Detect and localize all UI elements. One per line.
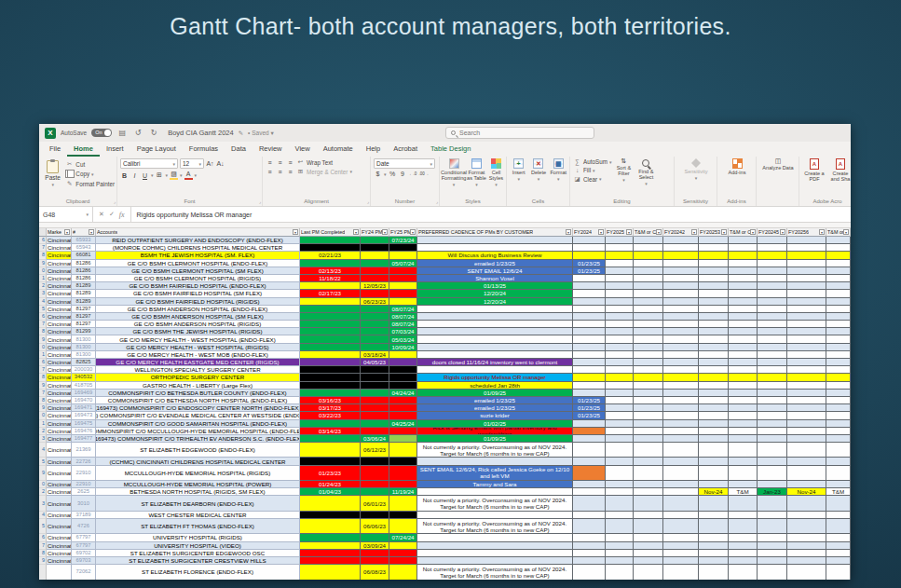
cell-c20245[interactable]: [758, 275, 787, 282]
cell-c20245[interactable]: Jan-23: [758, 488, 787, 496]
cell-c20253[interactable]: [699, 443, 729, 458]
cell-c20256[interactable]: [787, 390, 826, 397]
cell-f25[interactable]: 04/24/24: [389, 390, 417, 397]
cell-tmcap4[interactable]: [729, 550, 758, 557]
cell-last[interactable]: [300, 306, 361, 313]
cell-c20242[interactable]: [663, 374, 699, 381]
cell-c2025[interactable]: [606, 397, 634, 404]
cell-pref[interactable]: [417, 321, 573, 328]
filter-dropdown-icon[interactable]: ▾: [656, 229, 662, 235]
font-name-select[interactable]: Calibri▾: [120, 158, 178, 169]
cell-f24[interactable]: 06/23/23: [361, 298, 389, 306]
cell-f24[interactable]: [361, 267, 389, 275]
cell-tmcap4[interactable]: [729, 557, 758, 565]
cell-c20253[interactable]: [699, 481, 729, 488]
cell-c20242[interactable]: [663, 397, 699, 404]
cell-tmcaf[interactable]: [634, 306, 663, 313]
account-number-cell[interactable]: 67797: [72, 534, 96, 541]
cell-f25[interactable]: 04/25/24: [389, 420, 417, 428]
cell-last[interactable]: [300, 351, 361, 359]
cell-tmca[interactable]: [826, 237, 851, 244]
cell-c20256[interactable]: [787, 244, 826, 252]
account-number-cell[interactable]: 22910: [72, 466, 96, 481]
analyze-data-button[interactable]: ◫Analyze Data: [762, 158, 794, 171]
cell-c20242[interactable]: [663, 237, 699, 244]
account-number-cell[interactable]: 169469: [72, 390, 96, 397]
cell-c2024[interactable]: [573, 435, 606, 443]
cell-c20242[interactable]: [663, 298, 699, 306]
cell-c20242[interactable]: [663, 275, 699, 282]
cell-f25[interactable]: [389, 428, 417, 435]
italic-button[interactable]: I: [130, 172, 139, 179]
filter-dropdown-icon[interactable]: ▾: [691, 229, 697, 235]
cell-last[interactable]: [300, 557, 361, 565]
column-header-market[interactable]: Marke▾: [47, 228, 72, 237]
cell-c20242[interactable]: [663, 335, 699, 343]
cell-f25[interactable]: [389, 298, 417, 306]
cell-c20253[interactable]: [699, 244, 729, 252]
cell-tmcaf[interactable]: [634, 488, 663, 496]
cell-c20242[interactable]: [663, 519, 699, 534]
cell-tmcap4[interactable]: [729, 298, 758, 306]
account-number-cell[interactable]: 81297: [72, 306, 96, 313]
cell-pref[interactable]: [417, 534, 573, 541]
cell-c20242[interactable]: [663, 366, 699, 374]
cell-last[interactable]: [300, 550, 361, 557]
market-cell[interactable]: Cincinnati: [47, 321, 72, 328]
cell-f24[interactable]: [361, 374, 389, 381]
copy-button[interactable]: Copy▾: [65, 170, 115, 178]
cell-tmcap4[interactable]: [729, 267, 758, 275]
account-number-cell[interactable]: 81289: [72, 290, 96, 297]
cell-tmcaf[interactable]: [634, 290, 663, 297]
cell-f25[interactable]: [389, 351, 417, 359]
cell-c20242[interactable]: [663, 550, 699, 557]
cell-f25[interactable]: 05/03/24: [389, 335, 417, 343]
cell-f24[interactable]: [361, 557, 389, 565]
account-name-cell[interactable]: GE C/O BSMH FAIRFIELD HOSPITAL (ENDO-FLE…: [96, 282, 300, 290]
cell-f24[interactable]: [361, 512, 389, 519]
cell-tmcaf[interactable]: [634, 321, 663, 328]
cell-f25[interactable]: [389, 412, 417, 419]
account-number-cell[interactable]: 340532: [72, 374, 96, 381]
cell-f25[interactable]: [389, 458, 417, 465]
cell-f24[interactable]: [361, 313, 389, 321]
cell-last[interactable]: [300, 512, 361, 519]
menu-tab-table-design[interactable]: Table Design: [424, 142, 477, 157]
cell-last[interactable]: [300, 542, 361, 550]
cell-c20242[interactable]: [663, 557, 699, 565]
cell-c20245[interactable]: [758, 313, 787, 321]
cell-tmcap4[interactable]: [729, 306, 758, 313]
cell-c20256[interactable]: [787, 374, 826, 381]
market-cell[interactable]: Cincinnati: [47, 420, 72, 428]
cell-c20245[interactable]: [758, 443, 787, 458]
cell-tmcap4[interactable]: [729, 412, 758, 419]
cell-c20245[interactable]: [758, 382, 787, 390]
cell-f24[interactable]: 06/12/23: [361, 443, 389, 458]
column-header-c2024[interactable]: FY2024▾: [573, 228, 606, 237]
cell-c20256[interactable]: [787, 443, 826, 458]
cell-pref[interactable]: Not currently a priority. Overconsuming …: [417, 519, 573, 534]
menu-tab-insert[interactable]: Insert: [100, 142, 130, 157]
cell-c2024[interactable]: [573, 321, 606, 328]
cell-tmcaf[interactable]: [634, 366, 663, 374]
cell-last[interactable]: [300, 260, 361, 267]
cell-c20253[interactable]: [699, 565, 729, 580]
dialog-launcher-icon[interactable]: ⌟: [436, 198, 438, 205]
market-cell[interactable]: Cincinnati: [47, 488, 72, 496]
cell-pref[interactable]: 12/20/24: [417, 290, 573, 297]
cell-c2024[interactable]: [573, 282, 606, 290]
cell-f24[interactable]: [361, 481, 389, 488]
cell-c20256[interactable]: [787, 260, 826, 267]
cell-c20245[interactable]: [758, 557, 787, 565]
cell-last[interactable]: 03/22/23: [300, 412, 361, 419]
account-number-cell[interactable]: 81289: [72, 298, 96, 306]
cell-pref[interactable]: Not currently a priority. Overconsuming …: [417, 496, 573, 511]
market-cell[interactable]: Cincinnati: [47, 435, 72, 443]
cell-tmcaf[interactable]: [634, 359, 663, 366]
cell-c2025[interactable]: [606, 328, 634, 335]
cell-f24[interactable]: [361, 420, 389, 428]
cell-c20242[interactable]: [663, 306, 699, 313]
cell-c20245[interactable]: [758, 534, 787, 541]
cell-f25[interactable]: [389, 496, 417, 511]
cell-f25[interactable]: [389, 382, 417, 390]
